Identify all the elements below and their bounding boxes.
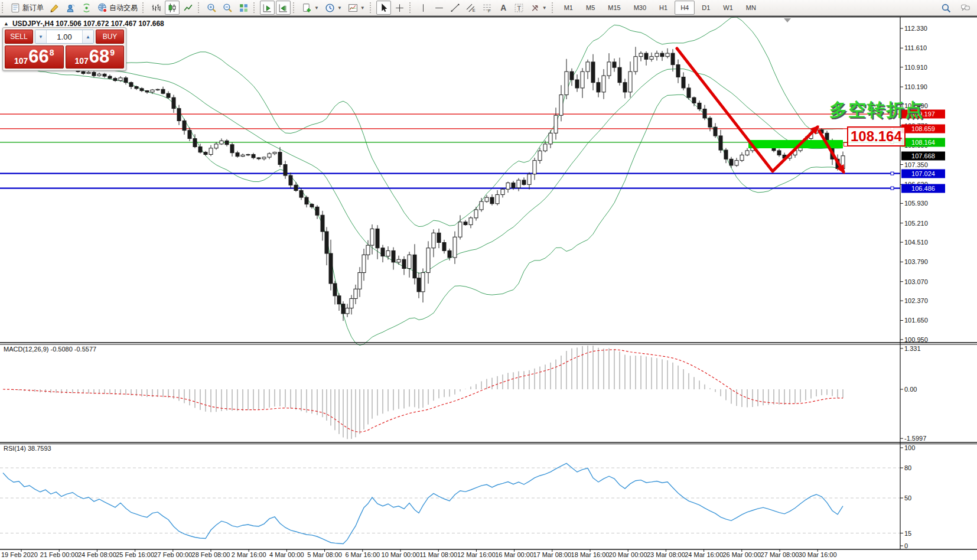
vline-icon [418, 3, 428, 13]
svg-text:A: A [500, 3, 506, 12]
textT-icon: T [514, 3, 524, 13]
tf-m30[interactable]: M30 [628, 1, 652, 15]
crosshair-button[interactable] [392, 1, 407, 15]
tf-d1-label: D1 [698, 4, 714, 11]
horizontal-line-button[interactable] [432, 1, 447, 15]
periods-button[interactable]: ▼ [323, 1, 344, 15]
volume-up-icon[interactable]: ▲ [82, 30, 93, 43]
tf-w1[interactable]: W1 [717, 1, 739, 15]
zoom-in-button[interactable] [204, 1, 219, 15]
auto-scroll-button[interactable] [260, 1, 275, 15]
tf-h1[interactable]: H1 [653, 1, 673, 15]
bars-icon [151, 3, 161, 13]
tf-m1-label: M1 [561, 4, 577, 11]
svg-text:E: E [472, 8, 475, 13]
toolbar-group-handle[interactable] [370, 2, 374, 13]
newdoc-icon [302, 3, 312, 13]
svg-text:F: F [488, 8, 491, 13]
arrows-icon [530, 3, 540, 13]
buy-price-button[interactable]: 107 68 9 [66, 45, 125, 69]
person-icon [66, 3, 76, 13]
tline-icon [450, 3, 460, 13]
tf-m1[interactable]: M1 [558, 1, 579, 15]
tf-m15-label: M15 [604, 4, 624, 11]
tf-m15[interactable]: M15 [602, 1, 626, 15]
sell-price-sup: 8 [50, 48, 54, 57]
buy-price-prefix: 107 [74, 56, 88, 66]
tf-d1[interactable]: D1 [696, 1, 716, 15]
fibo-icon: F [482, 3, 492, 13]
toolbar-group-handle[interactable] [142, 2, 146, 13]
cursor-icon [379, 3, 389, 13]
level-line-handle[interactable] [891, 141, 894, 144]
pencil-icon [50, 3, 60, 13]
tf-m5[interactable]: M5 [580, 1, 601, 15]
buy-price-big: 68 [89, 47, 109, 67]
chevron-down-icon[interactable]: ▼ [542, 5, 547, 11]
zoomin-icon [207, 3, 217, 13]
toolbar-group-handle[interactable] [198, 2, 202, 13]
tf-m30-label: M30 [630, 4, 650, 11]
sell-button[interactable]: SELL [5, 30, 33, 44]
chevron-down-icon[interactable]: ▼ [337, 5, 342, 11]
volume-stepper: ▼ 1.00 ▲ [35, 30, 94, 44]
toolbar-group-handle[interactable] [409, 2, 413, 13]
zoom-out-button[interactable] [220, 1, 235, 15]
text-button[interactable]: A [496, 1, 510, 15]
tiles-icon [239, 3, 249, 13]
cursor-button[interactable] [376, 1, 391, 15]
buy-price-sup: 9 [110, 48, 115, 57]
chevron-down-icon[interactable]: ▼ [360, 5, 365, 11]
tf-h4-label: H4 [677, 4, 692, 11]
chevron-down-icon[interactable]: ▼ [314, 5, 319, 11]
tf-h1-label: H1 [656, 4, 671, 11]
level-line-handle[interactable] [891, 172, 894, 175]
sell-price-button[interactable]: 107 66 8 [5, 45, 64, 69]
one-click-trading-panel: SELL ▼ 1.00 ▲ BUY 107 66 8 107 68 9 [2, 27, 126, 71]
fibonacci-button[interactable]: F [480, 1, 494, 15]
level-line-handle[interactable] [891, 113, 894, 116]
pencil-icon[interactable] [47, 1, 62, 15]
arrows-button[interactable]: ▼ [527, 1, 549, 15]
tile-windows-button[interactable] [236, 1, 251, 15]
shift-icon [278, 3, 288, 13]
tf-h4[interactable]: H4 [675, 1, 695, 15]
community-icon[interactable] [63, 1, 78, 15]
toolbar-group-handle[interactable] [293, 2, 297, 13]
candlestick-chart-button[interactable] [165, 1, 180, 15]
search-button[interactable] [939, 1, 953, 15]
volume-input[interactable]: 1.00 [47, 30, 82, 43]
chart-canvas[interactable] [0, 15, 977, 560]
trendline-button[interactable] [448, 1, 463, 15]
new-order-button-label: 新订单 [22, 3, 44, 13]
level-line-handle[interactable] [891, 187, 894, 190]
textA-icon: A [498, 3, 508, 13]
autotrading-button[interactable]: 自动交易 [95, 1, 140, 15]
svg-text:T: T [517, 4, 521, 11]
toolbar-group-handle[interactable] [552, 2, 556, 13]
toolbar-group-handle[interactable] [2, 2, 6, 13]
channel-button[interactable]: E [464, 1, 478, 15]
sell-price-big: 66 [28, 47, 48, 67]
channel-icon: E [466, 3, 476, 13]
autotrading-button-label: 自动交易 [109, 3, 138, 13]
sell-price-prefix: 107 [14, 56, 28, 66]
tf-mn[interactable]: MN [740, 1, 762, 15]
main-toolbar: 新订单自动交易▼▼▼EFAT▼M1M5M15M30H1H4D1W1MN [0, 0, 977, 16]
signal-icon [82, 3, 92, 13]
cross-icon [395, 3, 405, 13]
level-line-handle[interactable] [891, 127, 894, 130]
signals-icon[interactable] [79, 1, 94, 15]
line-chart-button[interactable] [181, 1, 196, 15]
chart-shift-button[interactable] [276, 1, 291, 15]
text-label-button[interactable]: T [512, 1, 526, 15]
templates-button[interactable]: ▼ [346, 1, 367, 15]
vertical-line-button[interactable] [416, 1, 431, 15]
new-order-button[interactable]: 新订单 [8, 1, 46, 15]
buy-button[interactable]: BUY [96, 30, 124, 44]
new-chart-button[interactable]: ▼ [299, 1, 321, 15]
volume-down-icon[interactable]: ▼ [35, 30, 47, 43]
bar-chart-button[interactable] [149, 1, 164, 15]
chat-button[interactable] [958, 1, 973, 15]
toolbar-group-handle[interactable] [253, 2, 258, 13]
